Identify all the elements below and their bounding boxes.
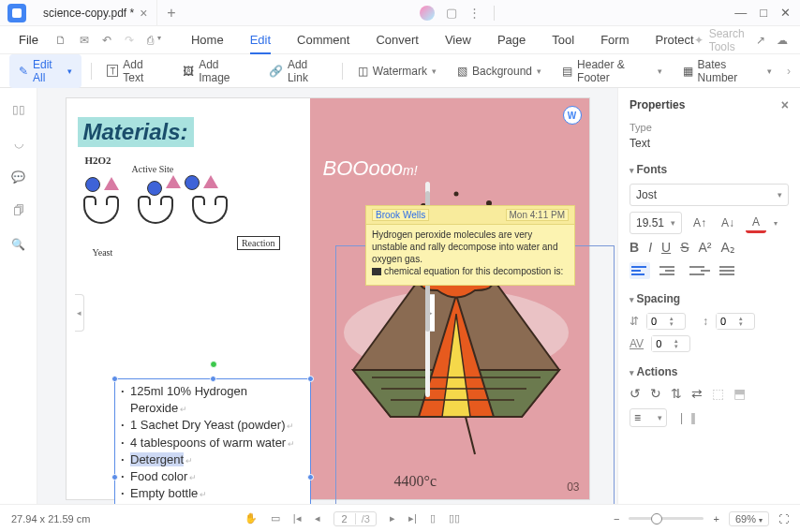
font-size-select[interactable]: 19.51▾	[630, 212, 682, 234]
search-tools[interactable]: ✦ Search Tools	[694, 27, 745, 53]
resize-handle[interactable]	[307, 474, 314, 480]
menu-edit[interactable]: Edit	[250, 33, 271, 54]
spacing-input-1[interactable]: ▴▾	[646, 313, 686, 330]
panel-close-icon[interactable]: ×	[781, 97, 789, 112]
increase-font-icon[interactable]: A↑	[689, 213, 710, 233]
menu-convert[interactable]: Convert	[376, 33, 419, 47]
menu-home[interactable]: Home	[191, 33, 224, 47]
collapse-left-icon[interactable]: ◂	[75, 294, 84, 332]
current-page[interactable]: 2	[334, 513, 356, 525]
font-family-select[interactable]: Jost▾	[630, 184, 789, 206]
superscript-icon[interactable]: A²	[698, 240, 711, 255]
attachments-icon[interactable]: 🗍	[13, 204, 24, 217]
print-carret[interactable]: ▾	[157, 34, 161, 47]
decrease-font-icon[interactable]: A↓	[718, 213, 738, 233]
strikethrough-icon[interactable]: S	[680, 240, 689, 255]
menu-form[interactable]: Form	[600, 33, 629, 47]
share-icon[interactable]: ↗	[756, 34, 765, 47]
document-tab[interactable]: science-copy.pdf * ×	[34, 0, 157, 25]
bates-number-button[interactable]: ▦Bates Number	[677, 56, 778, 86]
crop-icon[interactable]: ⬒	[733, 386, 746, 401]
spacing-section[interactable]: Spacing	[630, 292, 789, 305]
indent-icon[interactable]: ‖	[690, 411, 696, 424]
background-button[interactable]: ▧Background	[452, 63, 547, 80]
two-page-icon[interactable]: ▯▯	[449, 512, 460, 525]
minimize-icon[interactable]: —	[734, 6, 747, 20]
cloud-icon[interactable]: ☁	[777, 34, 788, 47]
bold-icon[interactable]: B	[630, 240, 639, 255]
zoom-in-icon[interactable]: +	[713, 513, 719, 525]
menu-page[interactable]: Page	[497, 33, 526, 47]
hand-tool-icon[interactable]: ✋	[244, 512, 258, 525]
font-color-icon[interactable]: A	[746, 213, 766, 233]
zoom-slider[interactable]	[629, 517, 704, 520]
rotate-handle[interactable]	[210, 361, 217, 368]
underline-icon[interactable]: U	[661, 240, 671, 255]
close-icon[interactable]: ✕	[780, 6, 791, 20]
spacing-input-3[interactable]: ▴▾	[651, 335, 690, 352]
svg-point-3	[453, 192, 458, 197]
menu-comment[interactable]: Comment	[297, 33, 349, 47]
rotate-right-icon[interactable]: ↻	[650, 386, 661, 401]
italic-icon[interactable]: I	[648, 240, 652, 255]
thumbnails-icon[interactable]: ▯▯	[12, 103, 25, 116]
list-style-select[interactable]: ≡▾	[630, 408, 667, 427]
tab-close-icon[interactable]: ×	[140, 6, 147, 21]
add-link-button[interactable]: 🔗Add Link	[263, 56, 333, 86]
comment-note[interactable]: Brook Wells Mon 4:11 PM Hydrogen peroxid…	[365, 205, 575, 286]
header-footer-button[interactable]: ▤Header & Footer	[556, 56, 668, 86]
fit-page-icon[interactable]: ⛶	[778, 513, 789, 525]
bookmarks-icon[interactable]: ◡	[14, 137, 23, 150]
resize-handle[interactable]	[111, 474, 118, 480]
flip-v-icon[interactable]: ⇅	[671, 386, 682, 401]
resize-handle[interactable]	[307, 376, 314, 382]
zoom-out-icon[interactable]: −	[614, 513, 619, 525]
canvas[interactable]: Materials: H2O2 Active Site Yeast Reacti…	[37, 88, 617, 504]
resize-handle[interactable]	[111, 376, 118, 382]
align-right-icon[interactable]	[689, 262, 710, 279]
align-left-icon[interactable]	[630, 262, 650, 279]
subscript-icon[interactable]: A₂	[720, 240, 734, 255]
avatar-icon[interactable]	[420, 6, 435, 21]
undo-icon[interactable]: ↶	[102, 34, 111, 47]
print-icon[interactable]: ⎙	[147, 34, 154, 47]
spacing-input-2[interactable]: ▴▾	[716, 313, 755, 330]
zoom-value[interactable]: 69% ▾	[729, 511, 769, 526]
page-indicator[interactable]: 2 /3	[333, 511, 377, 526]
add-image-button[interactable]: 🖼Add Image	[177, 56, 254, 86]
search-icon[interactable]: 🔍	[11, 238, 25, 251]
menu-protect[interactable]: Protect	[655, 33, 693, 47]
toolbar-overflow-icon[interactable]: ›	[787, 65, 791, 78]
tab-add-icon[interactable]: +	[157, 5, 185, 22]
single-page-icon[interactable]: ▯	[430, 512, 436, 525]
word-badge-icon[interactable]: W	[563, 106, 582, 125]
comment-body[interactable]: Hydrogen peroxide molecules are very uns…	[366, 225, 574, 281]
fonts-section[interactable]: Fonts	[630, 163, 789, 176]
maximize-icon[interactable]: □	[760, 6, 767, 20]
prev-page-icon[interactable]: ◂	[315, 512, 320, 525]
redo-icon[interactable]: ↷	[125, 34, 134, 47]
extract-icon[interactable]: ⬚	[712, 386, 724, 401]
resize-handle[interactable]	[210, 376, 216, 382]
actions-section[interactable]: Actions	[630, 365, 789, 378]
comments-icon[interactable]: 💬	[11, 170, 25, 184]
mail-icon[interactable]: ✉	[80, 34, 89, 47]
align-justify-icon[interactable]	[719, 262, 740, 279]
add-text-button[interactable]: 🅃Add Text	[101, 56, 168, 86]
notification-icon[interactable]: ▢	[446, 6, 457, 21]
materials-textbox[interactable]: 125ml 10% Hydrogen Peroxide 1 Sachet Dry…	[114, 378, 311, 504]
last-page-icon[interactable]: ▸|	[408, 512, 417, 525]
flip-h-icon[interactable]: ⇄	[691, 386, 703, 401]
first-page-icon[interactable]: |◂	[293, 512, 302, 525]
edit-all-button[interactable]: ✎ Edit All ▾	[9, 54, 81, 88]
next-page-icon[interactable]: ▸	[390, 512, 395, 525]
align-center-icon[interactable]	[659, 262, 680, 279]
watermark-button[interactable]: ◫Watermark	[352, 63, 442, 80]
menu-view[interactable]: View	[445, 33, 471, 47]
rotate-left-icon[interactable]: ↺	[630, 386, 641, 401]
more-icon[interactable]: ⋮	[468, 6, 481, 21]
save-icon[interactable]: 🗋	[55, 34, 67, 47]
menu-tool[interactable]: Tool	[552, 33, 574, 47]
file-menu[interactable]: File	[9, 33, 48, 47]
select-tool-icon[interactable]: ▭	[271, 512, 280, 525]
